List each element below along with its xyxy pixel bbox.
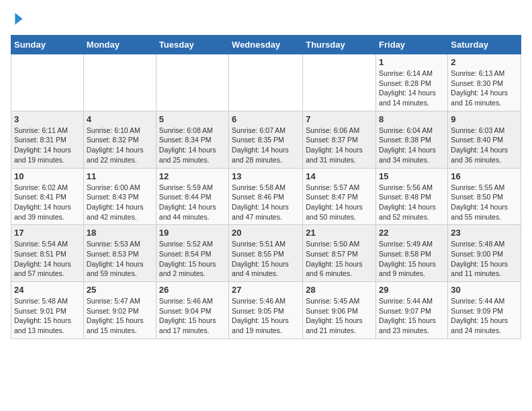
calendar-body: 1 Sunrise: 6:14 AMSunset: 8:28 PMDayligh… (11, 54, 521, 339)
column-header-tuesday: Tuesday (156, 36, 228, 54)
day-number: 1 (379, 57, 445, 67)
day-info: Sunrise: 5:54 AMSunset: 8:51 PMDaylight:… (14, 240, 71, 277)
day-info: Sunrise: 5:44 AMSunset: 9:07 PMDaylight:… (379, 297, 436, 334)
calendar-cell: 5 Sunrise: 6:08 AMSunset: 8:34 PMDayligh… (156, 111, 228, 168)
calendar-cell: 15 Sunrise: 5:56 AMSunset: 8:48 PMDaylig… (376, 168, 448, 225)
day-number: 28 (306, 285, 373, 295)
day-number: 10 (14, 171, 81, 181)
day-info: Sunrise: 6:00 AMSunset: 8:43 PMDaylight:… (87, 183, 144, 221)
calendar-cell: 18 Sunrise: 5:53 AMSunset: 8:53 PMDaylig… (83, 225, 156, 282)
calendar-cell: 21 Sunrise: 5:50 AMSunset: 8:57 PMDaylig… (303, 225, 376, 282)
day-number: 6 (232, 114, 300, 124)
calendar-cell: 4 Sunrise: 6:10 AMSunset: 8:32 PMDayligh… (83, 111, 156, 168)
calendar-cell: 8 Sunrise: 6:04 AMSunset: 8:38 PMDayligh… (376, 111, 448, 168)
column-header-monday: Monday (83, 36, 156, 54)
day-info: Sunrise: 6:11 AMSunset: 8:31 PMDaylight:… (14, 126, 71, 164)
day-number: 11 (87, 171, 153, 181)
day-info: Sunrise: 6:07 AMSunset: 8:35 PMDaylight:… (232, 126, 289, 164)
day-info: Sunrise: 6:04 AMSunset: 8:38 PMDaylight:… (379, 126, 436, 164)
calendar-cell: 30 Sunrise: 5:44 AMSunset: 9:09 PMDaylig… (448, 282, 521, 339)
day-info: Sunrise: 5:52 AMSunset: 8:54 PMDaylight:… (159, 240, 216, 277)
calendar-cell: 16 Sunrise: 5:55 AMSunset: 8:50 PMDaylig… (448, 168, 521, 225)
day-info: Sunrise: 5:50 AMSunset: 8:57 PMDaylight:… (306, 240, 363, 277)
day-number: 9 (451, 114, 518, 124)
calendar-cell (303, 54, 376, 111)
calendar-cell: 9 Sunrise: 6:03 AMSunset: 8:40 PMDayligh… (448, 111, 521, 168)
day-info: Sunrise: 5:47 AMSunset: 9:02 PMDaylight:… (87, 297, 144, 334)
day-number: 16 (451, 171, 518, 181)
day-info: Sunrise: 5:46 AMSunset: 9:04 PMDaylight:… (159, 297, 216, 334)
day-number: 29 (379, 285, 445, 295)
calendar-cell: 13 Sunrise: 5:58 AMSunset: 8:46 PMDaylig… (229, 168, 303, 225)
logo (11, 11, 30, 27)
calendar-cell: 11 Sunrise: 6:00 AMSunset: 8:43 PMDaylig… (83, 168, 156, 225)
day-number: 14 (306, 171, 373, 181)
day-info: Sunrise: 6:03 AMSunset: 8:40 PMDaylight:… (451, 126, 508, 164)
calendar-cell (229, 54, 303, 111)
calendar-cell: 24 Sunrise: 5:48 AMSunset: 9:01 PMDaylig… (11, 282, 84, 339)
day-number: 27 (232, 285, 300, 295)
calendar-cell: 1 Sunrise: 6:14 AMSunset: 8:28 PMDayligh… (376, 54, 448, 111)
day-info: Sunrise: 5:59 AMSunset: 8:44 PMDaylight:… (159, 183, 216, 221)
calendar-cell: 29 Sunrise: 5:44 AMSunset: 9:07 PMDaylig… (376, 282, 448, 339)
day-info: Sunrise: 5:44 AMSunset: 9:09 PMDaylight:… (451, 297, 508, 334)
calendar-cell: 12 Sunrise: 5:59 AMSunset: 8:44 PMDaylig… (156, 168, 228, 225)
day-number: 4 (87, 114, 153, 124)
calendar-row-1: 3 Sunrise: 6:11 AMSunset: 8:31 PMDayligh… (11, 111, 521, 168)
calendar-cell: 27 Sunrise: 5:46 AMSunset: 9:05 PMDaylig… (229, 282, 303, 339)
day-number: 19 (159, 228, 226, 238)
day-info: Sunrise: 6:13 AMSunset: 8:30 PMDaylight:… (451, 69, 508, 107)
day-info: Sunrise: 5:48 AMSunset: 9:00 PMDaylight:… (451, 240, 508, 277)
day-info: Sunrise: 5:57 AMSunset: 8:47 PMDaylight:… (306, 183, 363, 221)
day-number: 23 (451, 228, 518, 238)
calendar-cell: 17 Sunrise: 5:54 AMSunset: 8:51 PMDaylig… (11, 225, 84, 282)
column-header-saturday: Saturday (448, 36, 521, 54)
day-number: 24 (14, 285, 81, 295)
day-info: Sunrise: 5:51 AMSunset: 8:55 PMDaylight:… (232, 240, 289, 277)
column-header-sunday: Sunday (11, 36, 84, 54)
day-number: 7 (306, 114, 373, 124)
day-number: 3 (14, 114, 81, 124)
calendar-row-0: 1 Sunrise: 6:14 AMSunset: 8:28 PMDayligh… (11, 54, 521, 111)
day-info: Sunrise: 6:14 AMSunset: 8:28 PMDaylight:… (379, 69, 436, 107)
calendar-cell: 3 Sunrise: 6:11 AMSunset: 8:31 PMDayligh… (11, 111, 84, 168)
day-info: Sunrise: 6:02 AMSunset: 8:41 PMDaylight:… (14, 183, 71, 221)
calendar-cell: 22 Sunrise: 5:49 AMSunset: 8:58 PMDaylig… (376, 225, 448, 282)
day-number: 17 (14, 228, 81, 238)
day-info: Sunrise: 5:49 AMSunset: 8:58 PMDaylight:… (379, 240, 436, 277)
day-number: 21 (306, 228, 373, 238)
day-number: 13 (232, 171, 300, 181)
calendar: SundayMondayTuesdayWednesdayThursdayFrid… (11, 35, 521, 339)
calendar-cell: 23 Sunrise: 5:48 AMSunset: 9:00 PMDaylig… (448, 225, 521, 282)
day-number: 5 (159, 114, 226, 124)
calendar-cell: 7 Sunrise: 6:06 AMSunset: 8:37 PMDayligh… (303, 111, 376, 168)
column-header-wednesday: Wednesday (229, 36, 303, 54)
calendar-cell: 10 Sunrise: 6:02 AMSunset: 8:41 PMDaylig… (11, 168, 84, 225)
day-info: Sunrise: 5:58 AMSunset: 8:46 PMDaylight:… (232, 183, 289, 221)
day-number: 2 (451, 57, 518, 67)
calendar-cell: 14 Sunrise: 5:57 AMSunset: 8:47 PMDaylig… (303, 168, 376, 225)
day-info: Sunrise: 5:53 AMSunset: 8:53 PMDaylight:… (87, 240, 144, 277)
day-number: 12 (159, 171, 226, 181)
calendar-row-4: 24 Sunrise: 5:48 AMSunset: 9:01 PMDaylig… (11, 282, 521, 339)
calendar-cell: 26 Sunrise: 5:46 AMSunset: 9:04 PMDaylig… (156, 282, 228, 339)
calendar-cell: 6 Sunrise: 6:07 AMSunset: 8:35 PMDayligh… (229, 111, 303, 168)
day-info: Sunrise: 6:06 AMSunset: 8:37 PMDaylight:… (306, 126, 363, 164)
svg-marker-0 (15, 13, 22, 25)
calendar-cell (156, 54, 228, 111)
calendar-cell: 25 Sunrise: 5:47 AMSunset: 9:02 PMDaylig… (83, 282, 156, 339)
day-number: 30 (451, 285, 518, 295)
day-info: Sunrise: 5:48 AMSunset: 9:01 PMDaylight:… (14, 297, 71, 334)
day-number: 25 (87, 285, 153, 295)
calendar-cell: 19 Sunrise: 5:52 AMSunset: 8:54 PMDaylig… (156, 225, 228, 282)
day-number: 18 (87, 228, 153, 238)
calendar-cell: 28 Sunrise: 5:45 AMSunset: 9:06 PMDaylig… (303, 282, 376, 339)
column-header-friday: Friday (376, 36, 448, 54)
day-info: Sunrise: 5:45 AMSunset: 9:06 PMDaylight:… (306, 297, 363, 334)
calendar-row-2: 10 Sunrise: 6:02 AMSunset: 8:41 PMDaylig… (11, 168, 521, 225)
day-number: 8 (379, 114, 445, 124)
calendar-cell: 2 Sunrise: 6:13 AMSunset: 8:30 PMDayligh… (448, 54, 521, 111)
calendar-row-3: 17 Sunrise: 5:54 AMSunset: 8:51 PMDaylig… (11, 225, 521, 282)
day-number: 20 (232, 228, 300, 238)
day-info: Sunrise: 6:10 AMSunset: 8:32 PMDaylight:… (87, 126, 144, 164)
